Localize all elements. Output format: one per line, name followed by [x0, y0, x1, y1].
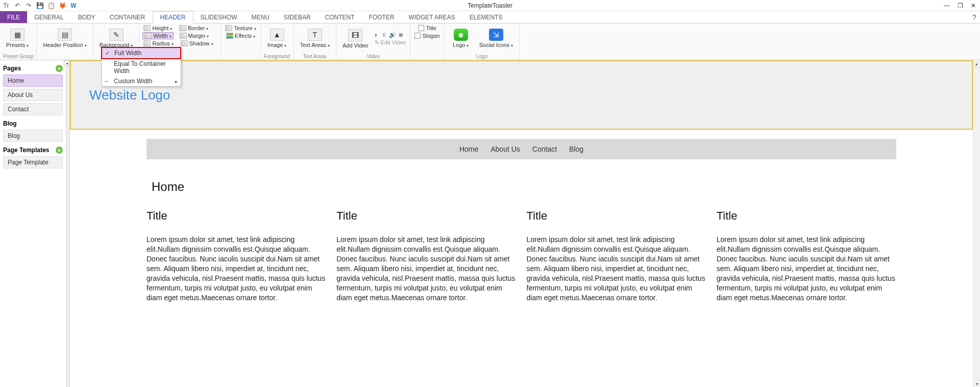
height-button[interactable]: Height [142, 25, 173, 32]
group-foreground-label: Foreground [264, 53, 290, 59]
height-icon [143, 25, 151, 31]
social-icons-button[interactable]: ⇲ Social Icons [476, 28, 516, 50]
header-position-button[interactable]: ▤ Header Position [40, 28, 89, 50]
content-column[interactable]: TitleLorem ipsum dolor sit amet, test li… [336, 209, 516, 303]
minimize-button[interactable]: — [940, 1, 953, 11]
help-icon[interactable]: ? [969, 11, 980, 23]
border-icon [179, 25, 186, 31]
brush-icon: ✎ [109, 29, 124, 41]
column-body[interactable]: Lorem ipsum dolor sit amet, test link ad… [527, 235, 706, 303]
tab-menu[interactable]: MENU [244, 11, 277, 23]
column-title[interactable]: Title [146, 209, 326, 223]
column-body[interactable]: Lorem ipsum dolor sit amet, test link ad… [717, 235, 896, 303]
tab-slideshow[interactable]: SLIDESHOW [193, 11, 244, 23]
radius-button[interactable]: Radius [142, 40, 174, 47]
window-controls: — ❐ ✕ [940, 1, 980, 11]
radius-icon [143, 40, 151, 46]
logo-button[interactable]: ◉ Logo [448, 28, 474, 50]
effects-button[interactable]: Effects [225, 32, 256, 39]
undo-icon[interactable]: ↶ [13, 2, 21, 10]
tab-content[interactable]: CONTENT [318, 11, 362, 23]
templates-header: Page Templates+ [3, 144, 63, 156]
tab-general[interactable]: GENERAL [27, 11, 70, 23]
share-icon: ⇲ [489, 29, 503, 41]
border-button[interactable]: Border [178, 25, 209, 32]
texture-button[interactable]: Texture [224, 25, 257, 32]
tab-container[interactable]: CONTAINER [103, 11, 153, 23]
tab-footer[interactable]: FOOTER [362, 11, 402, 23]
sidebar-item-about-us[interactable]: About Us [3, 89, 63, 101]
textareas-button[interactable]: T Text Areas [297, 28, 333, 50]
design-canvas[interactable]: Website Logo HomeAbout UsContactBlog Hom… [70, 60, 973, 387]
tab-body[interactable]: BODY [71, 11, 103, 23]
vertical-scrollbar[interactable]: ▴ ▾ [973, 60, 980, 387]
video-stop-icon: ⏹ [398, 32, 404, 38]
save-icon[interactable]: 💾 [36, 2, 44, 10]
shadow-icon [181, 40, 188, 46]
close-button[interactable]: ✕ [967, 1, 980, 11]
browser-icon[interactable]: 🦊 [58, 2, 66, 10]
image-icon: ▲ [270, 29, 284, 41]
content-column[interactable]: TitleLorem ipsum dolor sit amet, test li… [146, 209, 326, 303]
add-template-button[interactable]: + [56, 147, 63, 154]
column-title[interactable]: Title [717, 209, 896, 223]
workspace: Pages+ HomeAbout UsContact Blog Blog Pag… [0, 60, 980, 387]
maximize-button[interactable]: ❐ [953, 1, 967, 11]
presets-button[interactable]: ▦ Presets [3, 28, 32, 50]
add-video-button[interactable]: 🎞 Add Video [339, 28, 372, 50]
sidebar-item-home[interactable]: Home [3, 75, 63, 87]
menu-item-blog[interactable]: Blog [569, 145, 583, 153]
content-column[interactable]: TitleLorem ipsum dolor sit amet, test li… [527, 209, 706, 303]
ribbon-tabs: FILE GENERALBODYCONTAINERHEADERSLIDESHOW… [0, 11, 980, 23]
width-option-equal-to-container-width[interactable]: Equal To Container Width [102, 59, 181, 76]
app-title: TemplateToaster [468, 2, 512, 9]
column-body[interactable]: Lorem ipsum dolor sit amet, test link ad… [336, 235, 516, 303]
scroll-up-button[interactable]: ▴ [973, 60, 980, 67]
website-logo-text[interactable]: Website Logo [89, 87, 170, 103]
group-ts-label [413, 53, 440, 59]
page-heading[interactable]: Home [152, 180, 896, 194]
scroll-down-button[interactable]: ▾ [973, 380, 980, 387]
width-option-full-width[interactable]: ✓Full Width [101, 47, 181, 59]
text-tool-icon[interactable]: Tr [2, 2, 10, 10]
group-preset: ▦ Presets Preset Group [0, 23, 37, 60]
header-region[interactable]: Website Logo [70, 60, 973, 130]
slogan-checkbox[interactable]: Slogan [413, 32, 440, 39]
column-body[interactable]: Lorem ipsum dolor sit amet, test link ad… [146, 235, 326, 303]
margin-button[interactable]: Margin [179, 32, 210, 39]
tab-sidebar[interactable]: SIDEBAR [277, 11, 318, 23]
wordpress-icon[interactable]: W [69, 2, 78, 10]
shadow-button[interactable]: Shadow [180, 40, 214, 47]
open-icon[interactable]: 📋 [47, 2, 55, 10]
menu-item-about-us[interactable]: About Us [491, 145, 520, 153]
tab-header[interactable]: HEADER [153, 11, 193, 23]
effects-icon [226, 33, 233, 39]
tab-widget-areas[interactable]: WIDGET AREAS [402, 11, 462, 23]
tab-file[interactable]: FILE [0, 11, 27, 23]
menu-bar[interactable]: HomeAbout UsContactBlog [146, 139, 896, 159]
width-dropdown: ✓Full WidthEqual To Container Width↔Cust… [101, 47, 181, 87]
title-checkbox[interactable]: Title [417, 25, 437, 32]
video-sound-icon: 🔊 [389, 32, 396, 38]
panel-collapse[interactable]: ◂ [66, 60, 70, 387]
menu-item-home[interactable]: Home [459, 145, 478, 153]
column-title[interactable]: Title [527, 209, 706, 223]
group-logo: ◉ Logo ⇲ Social Icons Logo [445, 23, 520, 60]
image-button[interactable]: ▲ Image [264, 28, 290, 50]
video-pause-icon: ⏸ [381, 32, 387, 38]
width-option-custom-width[interactable]: ↔Custom Width▸ [102, 76, 181, 86]
width-button[interactable]: Width [142, 32, 173, 39]
content-columns: TitleLorem ipsum dolor sit amet, test li… [146, 209, 896, 303]
checkbox-icon [418, 25, 424, 31]
tab-elements[interactable]: ELEMENTS [462, 11, 510, 23]
checkbox-icon [414, 33, 421, 39]
add-page-button[interactable]: + [56, 65, 63, 72]
sidebar-item-contact[interactable]: Contact [3, 103, 63, 115]
content-column[interactable]: TitleLorem ipsum dolor sit amet, test li… [717, 209, 896, 303]
column-title[interactable]: Title [336, 209, 516, 223]
menu-item-contact[interactable]: Contact [532, 145, 557, 153]
pages-header: Pages+ [3, 62, 63, 75]
sidebar-item-blog[interactable]: Blog [3, 130, 63, 142]
redo-icon[interactable]: ↷ [24, 2, 33, 10]
sidebar-item-page-template[interactable]: Page Template [3, 156, 63, 168]
